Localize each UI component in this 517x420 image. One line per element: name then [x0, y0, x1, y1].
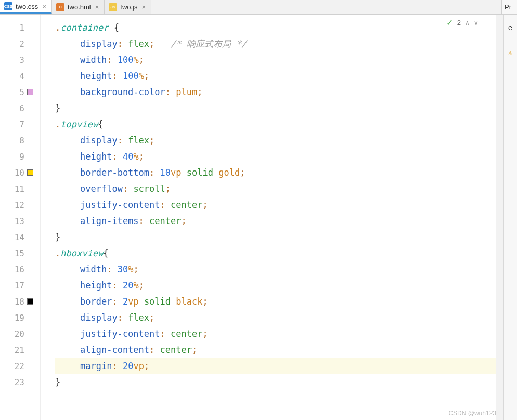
close-icon[interactable]: ×	[42, 3, 46, 10]
editor-main: 1234567891011121314151617181920212223 ✓ …	[0, 15, 517, 420]
line-number: 12	[0, 197, 40, 213]
line-number: 21	[0, 342, 40, 358]
color-swatch-icon	[27, 169, 33, 176]
line-number: 1	[0, 20, 40, 36]
code-line[interactable]: .container {	[55, 20, 496, 36]
line-number: 17	[0, 278, 40, 294]
line-number: 14	[0, 229, 40, 245]
code-line[interactable]: overflow: scroll;	[55, 181, 496, 197]
line-number: 15	[0, 245, 40, 261]
code-line[interactable]: }	[55, 374, 496, 390]
code-line[interactable]: display: flex; /* 响应式布局 */	[55, 36, 496, 52]
code-line[interactable]: height: 100%;	[55, 68, 496, 84]
gutter: 1234567891011121314151617181920212223	[0, 15, 41, 420]
code-line[interactable]: }	[55, 100, 496, 116]
line-number: 9	[0, 149, 40, 165]
code-line[interactable]: justify-content: center;	[55, 197, 496, 213]
line-number: 3	[0, 52, 40, 68]
line-number: 10	[0, 165, 40, 181]
tab-label: two.css	[16, 3, 38, 10]
tab-label: two.hml	[68, 3, 91, 11]
watermark: CSDN @wuh123	[448, 410, 496, 417]
color-swatch-icon	[27, 89, 33, 95]
code-line[interactable]: height: 20%;	[55, 278, 496, 294]
code-area[interactable]: ✓ 2 ∧ ∨ .container {display: flex; /* 响应…	[41, 15, 496, 420]
line-number: 11	[0, 181, 40, 197]
code-line[interactable]: display: flex;	[55, 133, 496, 149]
line-number: 2	[0, 36, 40, 52]
line-number: 23	[0, 374, 40, 390]
tab-two-hml[interactable]: H two.hml ×	[52, 0, 105, 14]
vertical-scrollbar[interactable]	[496, 15, 503, 420]
line-number: 4	[0, 68, 40, 84]
line-number: 20	[0, 326, 40, 342]
line-number: 18	[0, 294, 40, 310]
text-caret	[150, 361, 150, 372]
code-line[interactable]: width: 100%;	[55, 52, 496, 68]
line-number: 13	[0, 213, 40, 229]
line-number: 7	[0, 116, 40, 133]
line-number: 6	[0, 100, 40, 116]
code-line[interactable]: .hboxview{	[55, 245, 496, 261]
code-line[interactable]: .topview{	[55, 116, 496, 133]
code-line[interactable]: background-color: plum;	[55, 84, 496, 100]
color-swatch-icon	[27, 298, 33, 305]
line-number: 8	[0, 133, 40, 149]
tab-two-js[interactable]: JS two.js ×	[105, 0, 151, 14]
code-line[interactable]: align-items: center;	[55, 213, 496, 229]
code-line[interactable]: width: 30%;	[55, 261, 496, 278]
warning-icon: ⚠	[505, 48, 515, 57]
close-icon[interactable]: ×	[95, 3, 99, 11]
close-icon[interactable]: ×	[142, 3, 146, 11]
code-line[interactable]: }	[55, 229, 496, 245]
line-number: 5	[0, 84, 40, 100]
file-icon-js: JS	[109, 3, 117, 11]
line-number: 22	[0, 358, 40, 374]
code-line[interactable]: border: 2vp solid black;	[55, 294, 496, 310]
right-panel-tab[interactable]: Pr	[501, 0, 517, 14]
strip-marker: e	[505, 23, 515, 32]
code-line[interactable]: align-content: center;	[55, 342, 496, 358]
code-line[interactable]: border-bottom: 10vp solid gold;	[55, 165, 496, 181]
line-number: 19	[0, 310, 40, 326]
code-line[interactable]: height: 40%;	[55, 149, 496, 165]
line-number: 16	[0, 261, 40, 278]
tab-two-css[interactable]: CSS two.css ×	[0, 0, 52, 14]
tab-label: two.js	[120, 3, 137, 11]
tab-bar: CSS two.css × H two.hml × JS two.js × Pr	[0, 0, 517, 15]
right-side-strip: e ⚠	[503, 15, 517, 420]
file-icon-css: CSS	[4, 2, 12, 10]
tabbar-filler	[151, 0, 501, 14]
code-line[interactable]: justify-content: center;	[55, 326, 496, 342]
file-icon-hml: H	[56, 3, 64, 11]
code-line[interactable]: margin: 20vp;	[55, 358, 496, 374]
code-line[interactable]: display: flex;	[55, 310, 496, 326]
